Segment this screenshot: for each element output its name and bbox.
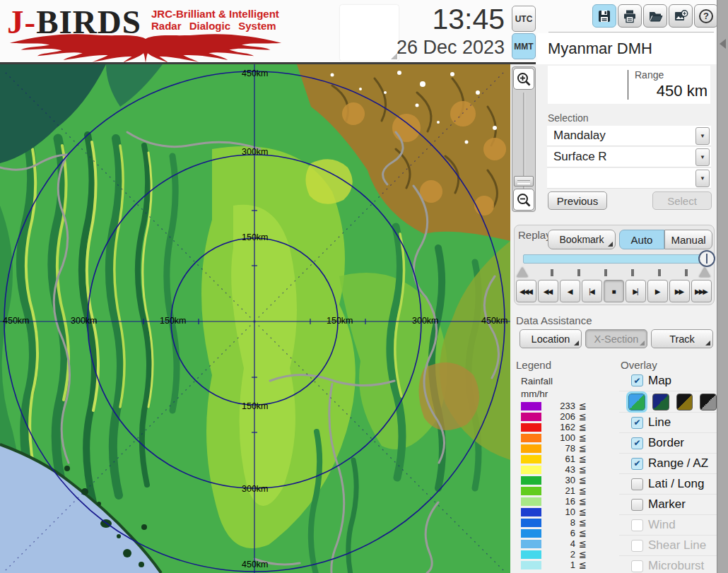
- map-style-swatch-3[interactable]: [676, 394, 693, 410]
- chevron-down-icon[interactable]: ▼: [695, 148, 710, 166]
- range-label: Range: [635, 69, 664, 81]
- legend-level: 21≦: [513, 485, 612, 496]
- ring-label: 150km: [242, 232, 269, 242]
- stop-button[interactable]: ■: [604, 280, 624, 302]
- radar-map-view[interactable]: 450km 300km 150km 150km 300km 450km 450k…: [0, 64, 510, 573]
- data-assistance-label: Data Assistance: [516, 314, 592, 326]
- legend-level: 78≦: [513, 443, 612, 454]
- mmt-button[interactable]: MMT: [512, 33, 536, 59]
- play-reverse-button[interactable]: ◀: [560, 280, 580, 302]
- selection-label: Selection: [548, 112, 589, 124]
- map-checkbox[interactable]: ✔: [631, 374, 643, 386]
- range-start-marker[interactable]: [517, 267, 528, 277]
- folder-open-icon: [648, 9, 663, 23]
- overlay-row-line[interactable]: ✔Line: [619, 412, 717, 432]
- zoom-out-button[interactable]: [513, 189, 534, 211]
- legend-level: 6≦: [513, 528, 612, 538]
- legend-swatch: [521, 487, 541, 495]
- ring-label: 300km: [412, 316, 439, 326]
- range-end-marker[interactable]: [699, 267, 710, 277]
- legend-swatch: [521, 466, 541, 474]
- utc-button[interactable]: UTC: [512, 6, 536, 32]
- map-style-swatch-2[interactable]: [652, 394, 669, 410]
- overlay-row-wind: Wind: [619, 514, 717, 535]
- range-az-checkbox[interactable]: ✔: [631, 458, 643, 470]
- logo-tagline: JRC-Brilliant & Intelligent Radar Dialog…: [151, 8, 279, 32]
- site-dropdown[interactable]: Mandalay ▼: [547, 126, 711, 146]
- map-style-swatch-4[interactable]: [700, 394, 717, 410]
- legend-unit-sub: mm/hr: [521, 389, 548, 399]
- question-icon: ?: [699, 9, 713, 23]
- extra-dropdown[interactable]: ▼: [547, 168, 711, 189]
- slider-handle[interactable]: [698, 250, 715, 267]
- legend-level: 30≦: [513, 475, 612, 485]
- location-button[interactable]: Location: [519, 329, 582, 348]
- print-button[interactable]: [618, 4, 642, 28]
- zoom-in-button[interactable]: [513, 68, 534, 90]
- legend-swatch: [521, 476, 541, 485]
- previous-button[interactable]: Previous: [548, 191, 607, 210]
- zoom-slider-handle[interactable]: [514, 176, 534, 187]
- wind-checkbox: [631, 519, 643, 531]
- legend-swatch: [521, 413, 541, 421]
- overlay-list: ✔Map ✔Line ✔Border ✔Range / AZ Lati / Lo…: [619, 370, 717, 573]
- replay-progress-slider[interactable]: [523, 254, 708, 264]
- slider-tick: [604, 269, 607, 276]
- save-icon: [597, 9, 611, 23]
- site-dropdown-value: Mandalay: [547, 129, 695, 143]
- chevron-down-icon[interactable]: ▼: [695, 127, 710, 145]
- legend-level: 233≦: [513, 401, 612, 411]
- lati-long-checkbox[interactable]: [631, 478, 643, 490]
- x-section-button[interactable]: X-Section: [585, 329, 647, 348]
- auto-button[interactable]: Auto: [619, 230, 664, 249]
- open-file-button[interactable]: [643, 4, 667, 28]
- slider-handle-mark: [706, 254, 708, 264]
- legend-swatch: [521, 402, 541, 410]
- overlay-row-range-az[interactable]: ✔Range / AZ: [619, 453, 717, 473]
- border-checkbox[interactable]: ✔: [631, 437, 643, 449]
- forward-button[interactable]: ▶▶: [669, 280, 690, 302]
- help-button[interactable]: ?: [694, 4, 718, 28]
- overlay-row-lati-long[interactable]: Lati / Long: [619, 473, 717, 494]
- clock-date: 26 Dec 2023: [311, 37, 505, 59]
- logo-tagline-2: Radar Dialogic System: [151, 20, 279, 32]
- slider-tick: [631, 269, 634, 276]
- product-dropdown[interactable]: Surface R ▼: [547, 147, 711, 167]
- overlay-row-border[interactable]: ✔Border: [619, 432, 717, 453]
- slider-tick: [551, 269, 553, 276]
- map-zoom-control: [512, 66, 536, 212]
- ring-label: 300km: [242, 484, 269, 494]
- forward-fast-button[interactable]: ▶▶▶: [691, 280, 712, 302]
- marker-checkbox[interactable]: [631, 499, 643, 511]
- legend-unit-title: Rainfall: [521, 376, 553, 386]
- play-button[interactable]: ▶: [647, 280, 668, 302]
- rewind-button[interactable]: ◀◀: [538, 280, 558, 302]
- save-button[interactable]: [592, 4, 616, 28]
- select-button[interactable]: Select: [652, 191, 712, 210]
- step-forward-button[interactable]: ▶|: [626, 280, 646, 302]
- legend-level: 4≦: [513, 538, 612, 549]
- line-checkbox[interactable]: ✔: [631, 417, 643, 429]
- manual-button[interactable]: Manual: [664, 230, 712, 249]
- overlay-row-map[interactable]: ✔Map: [619, 370, 717, 391]
- ring-label: 450km: [242, 560, 269, 569]
- map-style-swatch-1[interactable]: [628, 394, 645, 410]
- overlay-row-shear-line: Shear Line: [619, 535, 717, 555]
- add-image-button[interactable]: [669, 4, 693, 28]
- chevron-down-icon[interactable]: ▼: [695, 170, 710, 187]
- step-back-button[interactable]: |◀: [582, 280, 602, 302]
- station-title: Myanmar DMH: [537, 33, 715, 64]
- panel-collapse-strip[interactable]: [717, 0, 728, 573]
- range-value: 450 km: [657, 82, 708, 100]
- replay-label: Replay: [518, 229, 551, 241]
- overlay-row-marker[interactable]: Marker: [619, 494, 717, 514]
- rewind-fast-button[interactable]: ◀◀◀: [516, 280, 536, 302]
- legend-swatch: [521, 444, 541, 453]
- legend-swatch: [521, 550, 541, 559]
- range-divider: [628, 70, 628, 100]
- ring-label: 450km: [481, 316, 508, 326]
- map-style-row: [619, 391, 717, 412]
- track-button[interactable]: Track: [651, 329, 713, 348]
- bookmark-button[interactable]: Bookmark: [548, 230, 616, 249]
- legend-level: 16≦: [513, 496, 612, 507]
